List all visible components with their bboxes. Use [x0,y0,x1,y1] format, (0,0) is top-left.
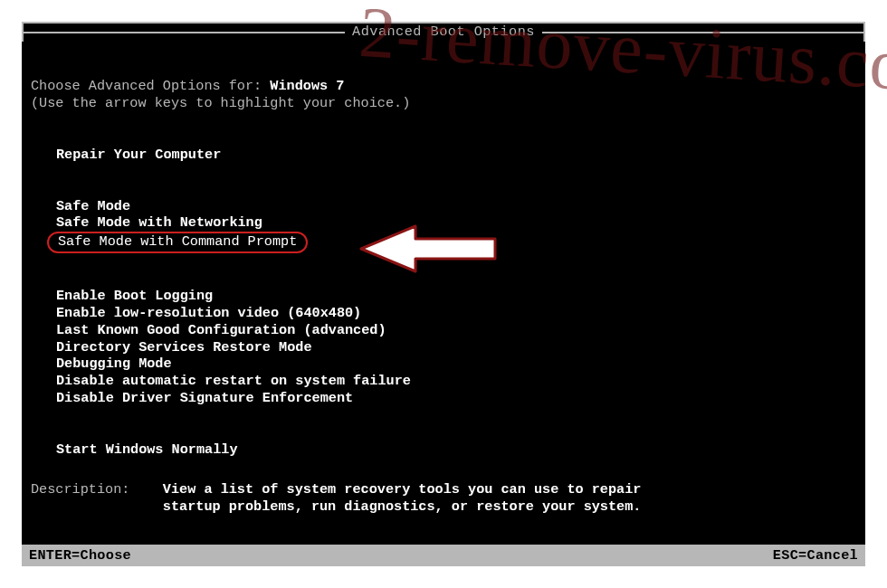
option-start-windows-normally[interactable]: Start Windows Normally [31,441,856,459]
option-safe-mode-networking[interactable]: Safe Mode with Networking [31,214,856,232]
footer-esc-hint: ESC=Cancel [773,547,858,564]
option-safe-mode[interactable]: Safe Mode [31,198,856,215]
footer-enter-hint: ENTER=Choose [29,547,131,564]
option-disable-auto-restart[interactable]: Disable automatic restart on system fail… [31,373,856,390]
title-bar: Advanced Boot Options [22,22,865,42]
choose-line: Choose Advanced Options for: Windows 7 [31,78,856,95]
description-label: Description: [31,481,163,516]
option-disable-driver-sig-enforcement[interactable]: Disable Driver Signature Enforcement [31,390,856,407]
description-block: Description: View a list of system recov… [31,481,670,516]
title-text: Advanced Boot Options [343,24,544,41]
hint-line: (Use the arrow keys to highlight your ch… [31,95,856,112]
option-enable-low-res-video[interactable]: Enable low-resolution video (640x480) [31,305,856,322]
option-debugging-mode[interactable]: Debugging Mode [31,356,856,373]
description-text: View a list of system recovery tools you… [163,481,670,516]
option-directory-services-restore[interactable]: Directory Services Restore Mode [31,339,856,356]
os-name: Windows 7 [270,78,344,94]
option-enable-boot-logging[interactable]: Enable Boot Logging [31,288,856,305]
highlighted-option: Safe Mode with Command Prompt [47,232,308,253]
option-repair-your-computer[interactable]: Repair Your Computer [31,147,856,164]
option-last-known-good-config[interactable]: Last Known Good Configuration (advanced) [31,322,856,339]
boot-console: Advanced Boot Options Choose Advanced Op… [22,22,865,566]
footer-bar: ENTER=Choose ESC=Cancel [22,545,865,566]
option-safe-mode-command-prompt[interactable]: Safe Mode with Command Prompt [31,232,856,253]
